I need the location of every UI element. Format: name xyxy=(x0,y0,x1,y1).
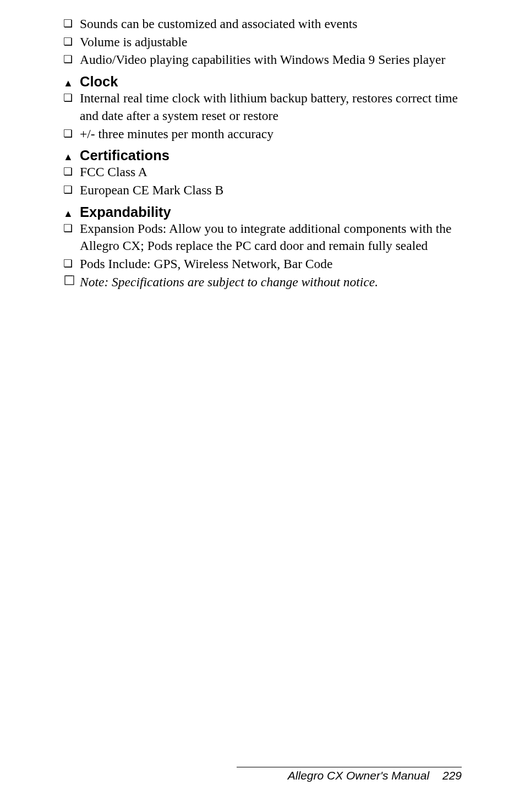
body-text: Audio/Video playing capabilities with Wi… xyxy=(80,51,445,69)
heading-text: Certifications xyxy=(80,148,169,164)
section-heading-clock: ▲ Clock xyxy=(63,74,462,90)
checkbox-icon: ❏ xyxy=(63,15,80,31)
triangle-icon: ▲ xyxy=(63,78,80,89)
checkbox-icon: ❏ xyxy=(63,182,80,197)
heading-text: Clock xyxy=(80,74,118,90)
note-icon xyxy=(63,274,80,290)
note-item: Note: Specifications are subject to chan… xyxy=(63,274,462,291)
section-heading-certifications: ▲ Certifications xyxy=(63,148,462,164)
heading-text: Expandability xyxy=(80,204,171,220)
checkbox-icon: ❏ xyxy=(63,220,80,236)
note-text: Note: Specifications are subject to chan… xyxy=(80,274,378,291)
triangle-icon: ▲ xyxy=(63,151,80,163)
body-text: European CE Mark Class B xyxy=(80,182,223,199)
body-text: Sounds can be customized and associated … xyxy=(80,15,357,33)
checkbox-icon: ❏ xyxy=(63,34,80,49)
svg-rect-0 xyxy=(65,276,74,285)
list-item: ❏ FCC Class A xyxy=(63,164,462,181)
list-item: ❏ Internal real time clock with lithium … xyxy=(63,90,462,124)
page-number: 229 xyxy=(442,769,462,782)
triangle-icon: ▲ xyxy=(63,208,80,220)
body-text: +/- three minutes per month accuracy xyxy=(80,126,274,143)
svg-point-1 xyxy=(66,275,67,276)
checkbox-icon: ❏ xyxy=(63,51,80,67)
page-footer: Allegro CX Owner's Manual 229 xyxy=(237,767,462,782)
body-text: Internal real time clock with lithium ba… xyxy=(80,90,462,124)
body-text: FCC Class A xyxy=(80,164,147,181)
list-item: ❏ European CE Mark Class B xyxy=(63,182,462,199)
body-text: Pods Include: GPS, Wireless Network, Bar… xyxy=(80,255,332,273)
checkbox-icon: ❏ xyxy=(63,126,80,141)
checkbox-icon: ❏ xyxy=(63,90,80,105)
list-item: ❏ Expansion Pods: Allow you to integrate… xyxy=(63,220,462,255)
list-item: ❏ Volume is adjustable xyxy=(63,34,462,51)
checkbox-icon: ❏ xyxy=(63,255,80,271)
list-item: ❏ Pods Include: GPS, Wireless Network, B… xyxy=(63,255,462,273)
body-text: Volume is adjustable xyxy=(80,34,187,51)
svg-point-4 xyxy=(71,275,72,276)
footer-title: Allegro CX Owner's Manual xyxy=(288,769,429,782)
body-text: Expansion Pods: Allow you to integrate a… xyxy=(80,220,462,255)
svg-point-2 xyxy=(68,275,69,276)
checkbox-icon: ❏ xyxy=(63,164,80,179)
svg-point-3 xyxy=(69,275,70,276)
section-heading-expandability: ▲ Expandability xyxy=(63,204,462,220)
list-item: ❏ Sounds can be customized and associate… xyxy=(63,15,462,33)
list-item: ❏ Audio/Video playing capabilities with … xyxy=(63,51,462,69)
list-item: ❏ +/- three minutes per month accuracy xyxy=(63,126,462,143)
